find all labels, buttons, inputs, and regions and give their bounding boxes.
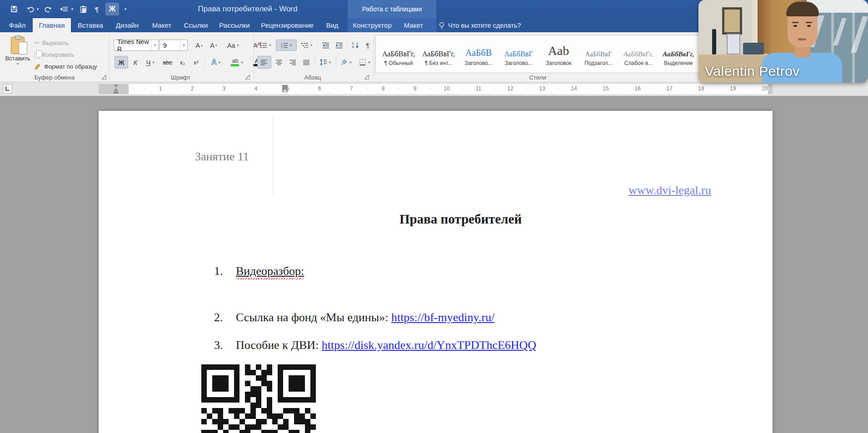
justify-button[interactable] bbox=[300, 56, 313, 69]
font-group-label: Шрифт bbox=[109, 74, 252, 81]
bold-qat-icon[interactable]: Ж bbox=[105, 3, 119, 15]
lesson-label: Занятие 11 bbox=[195, 150, 249, 164]
format-painter-button[interactable]: Формат по образцу bbox=[35, 61, 97, 71]
tab-review[interactable]: Рецензирование bbox=[257, 18, 317, 32]
qat-more-icon[interactable]: ▾ bbox=[123, 0, 128, 18]
text-highlight-button[interactable]: ab bbox=[227, 56, 247, 69]
undo-icon[interactable] bbox=[25, 0, 35, 18]
borders-button[interactable] bbox=[356, 56, 374, 69]
paragraph-group-label: Абзац bbox=[254, 74, 372, 81]
paste-button[interactable]: Вставить ▾ bbox=[5, 35, 31, 73]
list-number: 1. bbox=[214, 264, 236, 278]
site-hyperlink[interactable]: www.dvi-legal.ru bbox=[629, 184, 711, 197]
strikethrough-button[interactable]: abc bbox=[160, 56, 175, 69]
style-emphasis[interactable]: АаБбВвГг,Выделение bbox=[659, 37, 698, 71]
redo-icon[interactable] bbox=[44, 0, 53, 18]
subscript-button[interactable]: x₂ bbox=[176, 56, 189, 69]
mail-merge-dropdown-icon[interactable]: ▾ bbox=[70, 0, 75, 18]
decrease-indent-button[interactable] bbox=[319, 40, 332, 51]
font-size-combo[interactable]: 9 ▾ bbox=[160, 40, 188, 51]
font-dialog-launcher-icon[interactable] bbox=[245, 75, 250, 80]
context-tab-group-label: Работа с таблицами bbox=[348, 0, 436, 18]
style-normal[interactable]: АаБбВвГг,¶ Обычный bbox=[379, 37, 418, 71]
tell-me-box[interactable]: Что вы хотите сделать? bbox=[439, 18, 521, 32]
multilevel-list-button[interactable] bbox=[299, 40, 315, 51]
style-heading2[interactable]: АаБбВвГЗаголово... bbox=[499, 37, 538, 71]
font-size-dropdown-icon[interactable]: ▾ bbox=[180, 40, 187, 50]
style-preview: АаБбВвГг, bbox=[659, 37, 698, 58]
font-name-combo[interactable]: Times New R ▾ bbox=[114, 40, 159, 51]
underline-button[interactable]: Ч bbox=[142, 56, 158, 69]
tab-references[interactable]: Ссылки bbox=[180, 18, 212, 32]
tab-layout[interactable]: Макет bbox=[147, 18, 176, 32]
undo-dropdown-icon[interactable]: ▾ bbox=[35, 0, 40, 18]
line-spacing-button[interactable] bbox=[317, 56, 334, 69]
tab-table-layout[interactable]: Макет bbox=[399, 18, 428, 32]
tab-home[interactable]: Главная bbox=[33, 18, 71, 32]
show-marks-icon[interactable]: ¶ bbox=[93, 0, 101, 18]
style-preview: АаБбВ bbox=[459, 37, 498, 58]
window-title: Права потребителей - Word bbox=[198, 0, 298, 18]
numbering-button[interactable]: 123 bbox=[276, 40, 297, 51]
font-name-dropdown-icon[interactable]: ▾ bbox=[151, 40, 158, 50]
indent-marker[interactable] bbox=[114, 85, 119, 94]
pilcrow-ribbon-glyph: ¶ bbox=[366, 42, 369, 49]
ruler-row: 1·2·3·4·5·6·7·8·9·10·11·12·13·14·15·16·1… bbox=[0, 82, 868, 96]
style-subtle-emphasis[interactable]: АаБбВвГг,Слабое в... bbox=[619, 37, 658, 71]
tab-mailings[interactable]: Рассылки bbox=[215, 18, 254, 32]
tab-table-design[interactable]: Конструктор bbox=[349, 18, 395, 32]
paragraph-dialog-launcher-icon[interactable] bbox=[364, 75, 369, 80]
list-number: 2. bbox=[214, 311, 236, 324]
style-subtitle[interactable]: АаБбВвГПодзагол... bbox=[579, 37, 618, 71]
grow-font-button[interactable]: А bbox=[193, 40, 205, 51]
align-center-button[interactable] bbox=[273, 56, 285, 69]
line-spacing-icon bbox=[320, 59, 327, 65]
tab-view[interactable]: Вид bbox=[321, 18, 344, 32]
sort-button[interactable]: АЯ bbox=[349, 40, 362, 51]
manual-hyperlink[interactable]: https://disk.yandex.ru/d/YnxTPDThcE6HQQ bbox=[322, 338, 536, 352]
style-preview: АаБбВвГг, bbox=[379, 37, 418, 58]
tab-design[interactable]: Дизайн bbox=[111, 18, 144, 32]
shading-button[interactable] bbox=[338, 56, 354, 69]
shrink-font-button[interactable]: А bbox=[207, 40, 220, 51]
tab-insert[interactable]: Вставка bbox=[74, 18, 107, 32]
tab-selector[interactable] bbox=[3, 84, 12, 94]
italic-button[interactable]: К bbox=[130, 56, 141, 69]
style-label: Выделение bbox=[659, 60, 698, 66]
table-column-marker[interactable] bbox=[282, 85, 288, 92]
list-text: Пособие к ДВИ: bbox=[236, 338, 322, 352]
document-page[interactable]: Занятие 11 www.dvi-legal.ru Права потреб… bbox=[99, 111, 773, 433]
align-right-button[interactable] bbox=[287, 56, 299, 69]
style-heading1[interactable]: АаБбВЗаголово... bbox=[459, 37, 498, 71]
paste-qat-icon[interactable] bbox=[78, 0, 88, 18]
clipboard-dialog-launcher-icon[interactable] bbox=[102, 75, 106, 80]
bullets-icon bbox=[260, 42, 267, 49]
subscript-glyph: x₂ bbox=[180, 59, 185, 66]
style-title[interactable]: АаbЗаголовок bbox=[539, 37, 578, 71]
fund-hyperlink[interactable]: https://bf-myediny.ru/ bbox=[391, 311, 494, 324]
save-icon[interactable] bbox=[9, 0, 19, 18]
styles-gallery: АаБбВвГг,¶ Обычный АаБбВвГг,¶ Без инт...… bbox=[375, 35, 701, 73]
tab-file[interactable]: Файл bbox=[5, 18, 30, 32]
list-item: 2.Ссылка на фонд «Мы едины»: https://bf-… bbox=[214, 311, 494, 324]
paste-dropdown-icon[interactable]: ▾ bbox=[5, 62, 31, 66]
align-left-button[interactable] bbox=[257, 56, 271, 69]
mail-merge-icon[interactable] bbox=[59, 0, 69, 18]
increase-indent-button[interactable] bbox=[333, 40, 345, 51]
style-preview: АаБбВвГг, bbox=[419, 37, 458, 58]
bullets-button[interactable] bbox=[257, 40, 274, 51]
text-effects-button[interactable]: А bbox=[207, 56, 224, 69]
copy-icon bbox=[35, 53, 40, 59]
shading-icon bbox=[341, 59, 348, 65]
bold-button[interactable]: Ж bbox=[115, 56, 128, 69]
ruler[interactable]: 1·2·3·4·5·6·7·8·9·10·11·12·13·14·15·16·1… bbox=[99, 84, 773, 94]
change-case-button[interactable]: Аа bbox=[224, 40, 242, 51]
list-text: Видеоразбор: bbox=[236, 264, 304, 279]
svg-text:3: 3 bbox=[281, 46, 283, 49]
sort-icon: АЯ bbox=[352, 42, 359, 49]
show-paragraph-marks-button[interactable]: ¶ bbox=[363, 40, 372, 51]
highlight-glyph: ab bbox=[232, 59, 238, 64]
style-no-spacing[interactable]: АаБбВвГг,¶ Без инт... bbox=[419, 37, 458, 71]
person-eyebrow bbox=[806, 22, 812, 23]
superscript-button[interactable]: x² bbox=[190, 56, 202, 69]
